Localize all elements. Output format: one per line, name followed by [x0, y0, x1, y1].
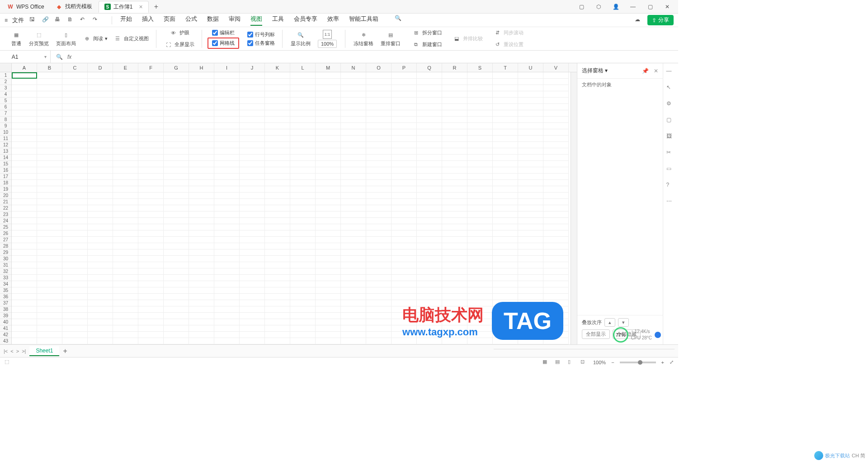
row-header[interactable]: 13 — [0, 148, 11, 155]
column-header[interactable]: P — [392, 63, 417, 72]
cloud-icon[interactable]: ☁ — [635, 16, 643, 24]
fx-icon[interactable]: fx — [67, 54, 71, 60]
maximize-button[interactable]: ▢ — [645, 1, 656, 12]
column-header[interactable]: E — [113, 63, 138, 72]
rearrange-window-button[interactable]: ▤ 重排窗口 — [378, 29, 403, 48]
zoom-in-icon[interactable]: + — [661, 360, 664, 365]
settings-icon[interactable]: ⚙ — [666, 100, 675, 109]
row-header[interactable]: 33 — [0, 275, 11, 281]
row-col-label-checkbox[interactable]: 行号列标 — [245, 31, 277, 38]
checkbox[interactable] — [247, 32, 253, 38]
row-header[interactable]: 15 — [0, 161, 11, 167]
row-header[interactable]: 37 — [0, 300, 11, 306]
help-icon[interactable]: ? — [666, 182, 675, 191]
row-header[interactable]: 25 — [0, 224, 11, 230]
next-sheet-icon[interactable]: > — [16, 348, 19, 354]
row-header[interactable]: 36 — [0, 294, 11, 300]
zoom-slider[interactable] — [620, 362, 656, 363]
pin-icon[interactable]: 📌 — [642, 68, 649, 74]
page-layout-button[interactable]: ▯ 页面布局 — [53, 29, 79, 48]
cube-icon[interactable]: ⬡ — [593, 1, 604, 12]
row-header[interactable]: 38 — [0, 306, 11, 313]
new-window-button[interactable]: ⧉ 新建窗口 — [410, 39, 444, 50]
row-header[interactable]: 40 — [0, 319, 11, 325]
column-header[interactable]: A — [12, 63, 37, 72]
tab-page[interactable]: 页面 — [164, 15, 175, 26]
row-header[interactable]: 4 — [0, 91, 11, 98]
print-icon[interactable]: 🖶 — [55, 16, 63, 24]
column-header[interactable]: Q — [417, 63, 442, 72]
zoom-button[interactable]: 🔍 显示比例 — [288, 29, 313, 48]
row-header[interactable]: 14 — [0, 155, 11, 161]
row-header[interactable]: 23 — [0, 212, 11, 218]
view-normal-icon[interactable]: ▦ — [542, 359, 550, 366]
zoom-fx-icon[interactable]: 🔍 — [56, 54, 63, 60]
reading-mode-button[interactable]: ⊕ 阅读 ▾ — [80, 33, 109, 44]
row-header[interactable]: 34 — [0, 281, 11, 287]
row-header[interactable]: 21 — [0, 199, 11, 205]
view-page-icon[interactable]: ▤ — [555, 359, 562, 366]
edit-bar-checkbox[interactable]: 编辑栏 — [210, 29, 236, 37]
select-all-corner[interactable] — [0, 63, 12, 72]
tab-tools[interactable]: 工具 — [272, 15, 284, 26]
tab-workbook[interactable]: S 工作簿1 × — [99, 1, 149, 13]
zoom-100-button[interactable]: 1:1 100% — [315, 29, 340, 49]
tab-efficiency[interactable]: 效率 — [327, 15, 339, 26]
name-box-wrap[interactable]: A1 ▾ — [0, 51, 51, 63]
column-header[interactable]: T — [493, 63, 518, 72]
sheet-tab-sheet1[interactable]: Sheet1 — [29, 346, 59, 356]
tablet-icon[interactable]: ▭ — [666, 165, 675, 174]
row-header[interactable]: 5 — [0, 98, 11, 104]
row-header[interactable]: 39 — [0, 313, 11, 319]
column-header[interactable]: N — [341, 63, 366, 72]
name-box[interactable]: A1 — [4, 54, 26, 60]
row-header[interactable]: 29 — [0, 249, 11, 256]
row-header[interactable]: 8 — [0, 117, 11, 123]
row-header[interactable]: 43 — [0, 338, 11, 344]
row-header[interactable]: 17 — [0, 174, 11, 180]
column-header[interactable]: M — [316, 63, 341, 72]
first-sheet-icon[interactable]: |< — [4, 348, 8, 354]
column-header[interactable]: F — [138, 63, 164, 72]
row-header[interactable]: 30 — [0, 256, 11, 262]
column-header[interactable]: I — [214, 63, 240, 72]
page-preview-button[interactable]: ⬚ 分页预览 — [26, 29, 52, 48]
chevron-down-icon[interactable]: ▾ — [605, 67, 608, 74]
expand-icon[interactable]: ⤢ — [670, 359, 674, 365]
column-header[interactable]: H — [189, 63, 214, 72]
last-sheet-icon[interactable]: >| — [22, 348, 26, 354]
tab-insert[interactable]: 插入 — [142, 15, 154, 26]
tab-view[interactable]: 视图 — [250, 15, 262, 26]
row-header[interactable]: 41 — [0, 325, 11, 332]
row-header[interactable]: 22 — [0, 205, 11, 212]
row-header[interactable]: 18 — [0, 180, 11, 186]
tab-start[interactable]: 开始 — [120, 15, 132, 26]
view-reading-icon[interactable]: ⊡ — [580, 359, 588, 366]
row-header[interactable]: 20 — [0, 193, 11, 199]
zoom-display[interactable]: 100% — [593, 360, 606, 365]
column-header[interactable]: U — [518, 63, 543, 72]
file-menu[interactable]: 文件 — [12, 16, 24, 24]
tab-docer[interactable]: ◆ 找稻壳模板 — [51, 1, 98, 13]
minimize-button[interactable]: — — [627, 1, 638, 12]
panel-toggle-icon[interactable]: ▢ — [576, 1, 587, 12]
row-header[interactable]: 28 — [0, 243, 11, 249]
vertical-scrollbar[interactable] — [571, 72, 577, 344]
row-header[interactable]: 3 — [0, 85, 11, 91]
normal-view-button[interactable]: ▦ 普通 — [8, 29, 24, 48]
custom-view-button[interactable]: ☰ 自定义视图 — [111, 33, 151, 44]
image-icon[interactable]: 🖼 — [666, 133, 675, 142]
panel-icon[interactable]: ▢ — [666, 117, 675, 126]
tab-data[interactable]: 数据 — [207, 15, 219, 26]
cells-area[interactable] — [12, 72, 571, 344]
tab-smart-toolbox[interactable]: 智能工具箱 — [349, 15, 378, 26]
hamburger-icon[interactable]: ≡ — [5, 17, 8, 24]
row-header[interactable]: 12 — [0, 142, 11, 148]
save-icon[interactable]: 🖫 — [29, 16, 38, 24]
cursor-icon[interactable]: ↖ — [666, 84, 675, 93]
row-header[interactable]: 16 — [0, 167, 11, 174]
chevron-down-icon[interactable]: ▾ — [44, 54, 47, 59]
row-header[interactable]: 1 — [0, 72, 11, 79]
column-header[interactable]: L — [290, 63, 316, 72]
zoom-out-icon[interactable]: − — [611, 360, 614, 365]
